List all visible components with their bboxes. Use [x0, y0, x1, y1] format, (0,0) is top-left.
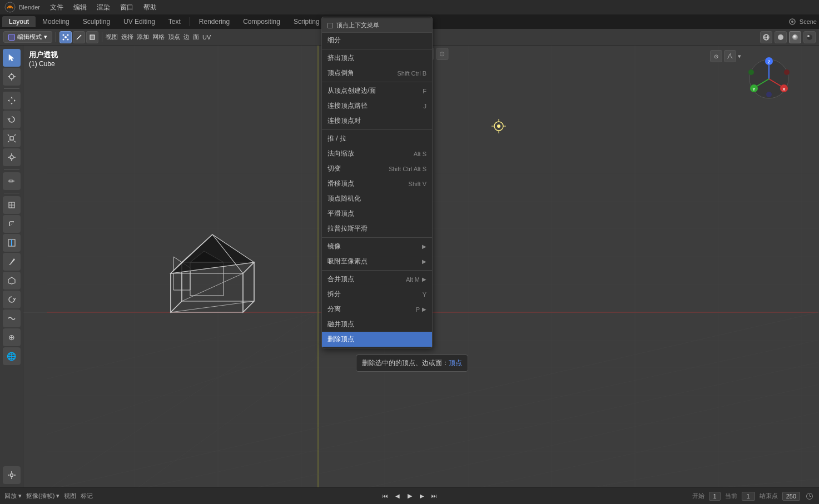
tooltip-text: 删除选中的的顶点、边或面：	[362, 359, 449, 367]
start-frame-label: 开始	[692, 492, 704, 500]
menu-mesh[interactable]: 网格	[152, 33, 165, 41]
scene-selector[interactable]: Scene	[788, 18, 817, 26]
loop-cut-btn[interactable]	[3, 234, 21, 252]
tab-compositing[interactable]: Compositing	[236, 16, 287, 27]
svg-point-7	[63, 38, 64, 40]
svg-line-64	[246, 362, 818, 487]
menu-item-push-pull[interactable]: 推 / 拉	[322, 131, 432, 146]
crosshair-icon	[7, 72, 16, 81]
tab-modeling[interactable]: Modeling	[36, 16, 76, 27]
rotate-tool-btn[interactable]	[3, 111, 21, 128]
rendered-mode-btn[interactable]	[803, 31, 816, 43]
tab-text[interactable]: Text	[162, 16, 187, 27]
menu-item-connect-pair[interactable]: 连接顶点对	[322, 113, 432, 128]
menu-item-delete-vertex[interactable]: 删除顶点	[322, 332, 432, 347]
svg-rect-23	[10, 137, 13, 140]
transform-tool-btn[interactable]	[3, 148, 21, 166]
solid-mode-btn[interactable]	[775, 31, 787, 43]
rotate-icon	[7, 115, 16, 124]
play-btn[interactable]: ▶	[405, 491, 415, 501]
material-mode-btn[interactable]	[789, 31, 801, 43]
menu-file[interactable]: 文件	[46, 2, 68, 13]
svg-point-1	[9, 6, 11, 8]
edge-mode-btn[interactable]	[73, 31, 85, 43]
face-mode-btn[interactable]	[86, 31, 98, 43]
tab-sculpting[interactable]: Sculpting	[76, 16, 117, 27]
jump-start-btn[interactable]: ⏮	[380, 491, 390, 501]
poly-build-btn[interactable]	[3, 272, 21, 290]
menu-item-slide-vertex[interactable]: 滑移顶点 Shift V	[322, 176, 432, 191]
start-frame-input[interactable]: 1	[709, 492, 720, 501]
menu-item-snap-pixel[interactable]: 吸附至像素点 ▶	[322, 254, 432, 269]
gizmo-dropdown-btn[interactable]: ▾	[738, 53, 741, 60]
nav-gizmo[interactable]: Z X Y	[747, 57, 791, 101]
menu-add[interactable]: 添加	[137, 33, 149, 41]
prev-frame-btn[interactable]: ◀	[393, 491, 403, 501]
menu-item-separate[interactable]: 分离 P ▶	[322, 302, 432, 317]
smooth-btn[interactable]	[3, 310, 21, 327]
select-tool-btn[interactable]	[3, 49, 21, 67]
move-tool-btn[interactable]	[3, 92, 21, 109]
svg-line-66	[468, 412, 818, 487]
menu-select[interactable]: 选择	[121, 33, 133, 41]
viewport-overlay-controls: ⊙ 八 ▾	[710, 50, 741, 62]
current-frame-input[interactable]: 1	[742, 492, 755, 501]
shear-btn[interactable]: 🌐	[3, 347, 21, 365]
menu-item-normal-scale[interactable]: 法向缩放 Alt S	[322, 146, 432, 161]
next-frame-btn[interactable]: ▶	[417, 491, 427, 501]
tab-rendering[interactable]: Rendering	[192, 16, 236, 27]
menu-item-merge[interactable]: 合并顶点 Alt M ▶	[322, 272, 432, 287]
scale-tool-btn[interactable]	[3, 129, 21, 147]
menu-item-mirror[interactable]: 镜像 ▶	[322, 239, 432, 254]
svg-line-63	[135, 340, 818, 487]
view-menu[interactable]: 视图	[64, 492, 76, 500]
bevel-btn[interactable]	[3, 215, 21, 233]
cursor-place-btn[interactable]	[3, 68, 21, 86]
annotate-btn[interactable]: ✏	[3, 172, 21, 190]
scale-icon	[7, 134, 16, 143]
shrink-btn[interactable]: ⊕	[3, 328, 21, 346]
menu-item-new-edge-face[interactable]: 从顶点创建边/面 F	[322, 83, 432, 98]
knife-btn[interactable]	[3, 253, 21, 271]
end-frame-input[interactable]: 250	[782, 492, 800, 501]
menu-edge[interactable]: 边	[183, 33, 190, 41]
menu-item-randomize[interactable]: 顶点随机化	[322, 191, 432, 206]
menu-window[interactable]: 窗口	[116, 2, 138, 13]
menu-item-connect-path[interactable]: 连接顶点路径 J	[322, 98, 432, 113]
mode-dropdown[interactable]: 编辑模式 ▾	[3, 31, 52, 43]
menu-render[interactable]: 渲染	[92, 2, 115, 13]
tab-uv-editing[interactable]: UV Editing	[117, 16, 162, 27]
mesh-btn[interactable]	[3, 196, 21, 214]
menu-vertex[interactable]: 顶点	[168, 33, 180, 41]
jump-end-btn[interactable]: ⏭	[429, 491, 439, 501]
menu-uv[interactable]: UV	[202, 34, 211, 41]
svg-point-14	[778, 34, 783, 40]
vertex-mode-btn[interactable]	[59, 31, 72, 43]
menu-help[interactable]: 帮助	[139, 2, 161, 13]
clock-icon	[806, 492, 813, 500]
menu-item-laplacian[interactable]: 拉普拉斯平滑	[322, 221, 432, 236]
tab-layout[interactable]: Layout	[2, 16, 36, 27]
spin-btn[interactable]	[3, 291, 21, 308]
menu-item-extrude[interactable]: 挤出顶点	[322, 51, 432, 66]
tab-scripting[interactable]: Scripting	[287, 16, 326, 27]
menu-item-shear[interactable]: 切变 Shift Ctrl Alt S	[322, 161, 432, 176]
menu-face[interactable]: 面	[193, 33, 199, 41]
overlay-btn[interactable]: ⊙	[710, 50, 722, 62]
menu-item-subdivide[interactable]: 细分	[322, 33, 432, 48]
menu-item-split[interactable]: 拆分 Y	[322, 287, 432, 302]
menu-edit[interactable]: 编辑	[69, 2, 91, 13]
options-btn[interactable]	[3, 466, 21, 484]
menu-item-bevel-vertex[interactable]: 顶点倒角 Shift Ctrl B	[322, 66, 432, 81]
keying-menu[interactable]: 抠像(插帧) ▾	[26, 492, 59, 500]
menu-item-dissolve[interactable]: 融并顶点	[322, 317, 432, 332]
fps-clock-btn[interactable]	[805, 491, 815, 501]
proportional-edit-btn[interactable]: ⊙	[436, 48, 448, 60]
marker-menu[interactable]: 标记	[81, 492, 93, 500]
wireframe-mode-btn[interactable]	[760, 31, 772, 43]
menu-item-smooth[interactable]: 平滑顶点	[322, 206, 432, 221]
mesh-select-mode	[59, 31, 98, 43]
gizmo-btn[interactable]: 八	[724, 50, 736, 62]
menu-view[interactable]: 视图	[106, 33, 118, 41]
playback-menu[interactable]: 回放 ▾	[4, 492, 22, 500]
